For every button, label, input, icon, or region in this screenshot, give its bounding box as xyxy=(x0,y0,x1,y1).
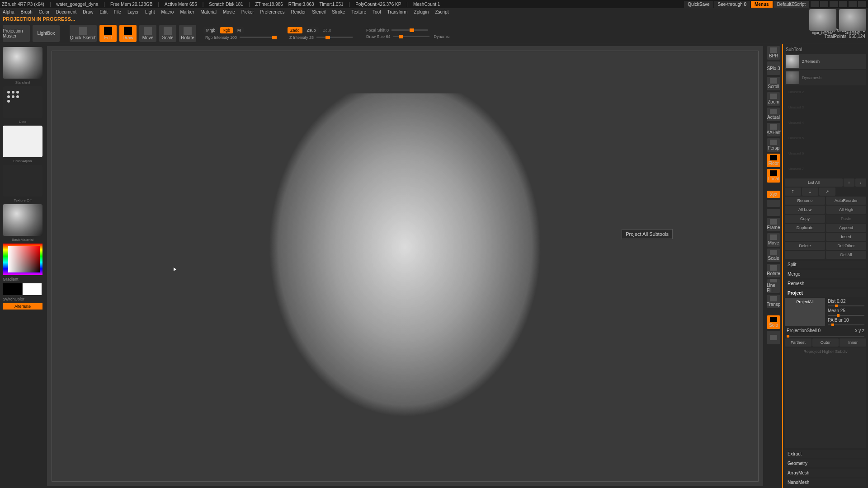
gradient-toggle[interactable]: Gradient xyxy=(3,277,42,282)
nav-rotate-button[interactable]: Rotate xyxy=(767,264,780,277)
color-picker[interactable] xyxy=(3,244,42,275)
actual-button[interactable]: Actual xyxy=(767,108,780,121)
frame-button[interactable]: Frame xyxy=(767,218,780,231)
menu-macro[interactable]: Macro xyxy=(161,9,174,14)
delete-button[interactable]: Delete xyxy=(785,242,825,250)
stroke-thumb[interactable] xyxy=(3,86,42,118)
menu-render[interactable]: Render xyxy=(291,9,306,14)
menu-tool[interactable]: Tool xyxy=(373,9,381,14)
all-high-button[interactable]: All High xyxy=(826,206,866,214)
transp-button[interactable]: Transp xyxy=(767,295,780,308)
swatch-white[interactable] xyxy=(23,283,42,295)
menu-light[interactable]: Light xyxy=(145,9,155,14)
aahalf-button[interactable]: AAHalf xyxy=(767,123,780,136)
texture-thumb[interactable] xyxy=(3,165,42,197)
menu-brush[interactable]: Brush xyxy=(21,9,33,14)
copy-button[interactable]: Copy xyxy=(785,215,825,223)
menu-stencil[interactable]: Stencil xyxy=(312,9,326,14)
outer-button[interactable]: Outer xyxy=(812,338,839,347)
paste-button[interactable]: Paste xyxy=(826,215,866,223)
menu-color[interactable]: Color xyxy=(39,9,50,14)
del-all-button[interactable]: Del All xyxy=(826,251,866,259)
z-intensity[interactable]: Z Intensity 25 xyxy=(289,35,314,40)
inner-button[interactable]: Inner xyxy=(840,338,866,347)
tool-thumb[interactable] xyxy=(839,9,866,31)
menu-stroke[interactable]: Stroke xyxy=(332,9,345,14)
persp-button[interactable]: Persp xyxy=(767,138,780,152)
draw-size[interactable]: Draw Size 64 xyxy=(366,34,391,39)
dist-param[interactable]: Dist 0.02 xyxy=(828,299,845,304)
remesh-section[interactable]: Remesh xyxy=(785,280,866,287)
scroll-button[interactable]: Scroll xyxy=(767,77,780,90)
menu-document[interactable]: Document xyxy=(56,9,77,14)
arrow-up-icon[interactable]: ↑ xyxy=(844,178,854,187)
solo-button[interactable]: Solo xyxy=(767,315,780,329)
window-button[interactable] xyxy=(830,1,838,7)
zcut-toggle[interactable]: Zcut xyxy=(321,27,334,33)
alternate-button[interactable]: Alternate xyxy=(3,303,42,310)
menu-file[interactable]: File xyxy=(114,9,121,14)
menu-movie[interactable]: Movie xyxy=(223,9,235,14)
linefill-button[interactable]: Line Fill xyxy=(767,279,780,293)
subtool-item[interactable]: ZRemesh xyxy=(785,54,866,69)
edit-button[interactable]: Edit xyxy=(99,25,117,42)
axis-y[interactable] xyxy=(767,200,780,207)
axis-z[interactable] xyxy=(767,209,780,216)
quicksave-button[interactable]: QuickSave xyxy=(684,1,713,8)
menu-marker[interactable]: Marker xyxy=(180,9,194,14)
list-all-button[interactable]: List All xyxy=(785,178,843,187)
mrgb-toggle[interactable]: Mrgb xyxy=(203,27,218,33)
material-thumb[interactable] xyxy=(3,204,42,236)
menus-toggle[interactable]: Menus xyxy=(751,1,773,8)
draw-button[interactable]: Draw xyxy=(119,25,137,42)
floor-button[interactable]: Floor xyxy=(767,154,780,167)
extract-section[interactable]: Extract xyxy=(785,450,866,458)
xyz-button[interactable]: Xyz xyxy=(767,191,780,198)
autoreorder-button[interactable]: AutoReorder xyxy=(826,197,866,205)
subtool-header[interactable]: SubTool xyxy=(785,46,866,53)
reproject-button[interactable]: Reproject Higher Subdiv xyxy=(785,347,866,448)
move-up-icon[interactable]: ⇡ xyxy=(785,188,801,196)
zadd-toggle[interactable]: Zadd xyxy=(288,27,302,33)
bpr-button[interactable]: BPR xyxy=(767,46,780,60)
move-button[interactable]: Move xyxy=(139,25,156,42)
focal-shift[interactable]: Focal Shift 0 xyxy=(366,28,389,33)
rename-button[interactable]: Rename xyxy=(785,197,825,205)
nav-move-button[interactable]: Move xyxy=(767,233,780,247)
arraymesh-section[interactable]: ArrayMesh xyxy=(785,469,866,477)
window-button[interactable] xyxy=(811,1,819,7)
tool-thumb[interactable] xyxy=(809,9,836,31)
arrow-icon[interactable]: ↗ xyxy=(819,188,835,196)
arrow-down-icon[interactable]: ↓ xyxy=(855,178,866,187)
menu-zscript[interactable]: Zscript xyxy=(435,9,448,14)
lightbox-button[interactable]: LightBox xyxy=(33,25,60,42)
mean-param[interactable]: Mean 25 xyxy=(828,308,845,313)
z-intensity-slider[interactable] xyxy=(316,37,353,38)
subtool-item[interactable]: Dynamesh xyxy=(785,70,866,85)
rotate-button[interactable]: Rotate xyxy=(179,25,196,42)
pablur-param[interactable]: PA Blur 10 xyxy=(828,318,849,323)
brush-thumb[interactable] xyxy=(3,47,42,79)
menu-layer[interactable]: Layer xyxy=(127,9,139,14)
move-down-icon[interactable]: ⇣ xyxy=(802,188,818,196)
rgb-toggle[interactable]: Rgb xyxy=(220,27,233,33)
spix-slider[interactable]: SPix 3 xyxy=(767,61,780,75)
farthest-button[interactable]: Farthest xyxy=(785,338,811,347)
seethrough-slider[interactable]: See-through 0 xyxy=(714,1,750,8)
menu-preferences[interactable]: Preferences xyxy=(260,9,285,14)
minimize-button[interactable] xyxy=(839,1,847,7)
quick-sketch-button[interactable]: Quick Sketch xyxy=(70,25,97,42)
switch-color[interactable]: SwitchColor xyxy=(3,297,42,301)
nav-scale-button[interactable]: Scale xyxy=(767,249,780,262)
menu-material[interactable]: Material xyxy=(201,9,217,14)
m-toggle[interactable]: M xyxy=(235,27,244,33)
split-section[interactable]: Split xyxy=(785,261,866,268)
focal-shift-slider[interactable] xyxy=(392,29,428,31)
geometry-section[interactable]: Geometry xyxy=(785,460,866,467)
append-button[interactable]: Append xyxy=(826,224,866,232)
projection-shell[interactable]: ProjectionShell 0 xyxy=(787,328,821,333)
pablur-slider[interactable] xyxy=(828,324,864,325)
default-zscript[interactable]: DefaultZScript xyxy=(774,1,809,8)
projshell-slider[interactable] xyxy=(787,336,864,337)
dist-slider[interactable] xyxy=(828,305,864,306)
